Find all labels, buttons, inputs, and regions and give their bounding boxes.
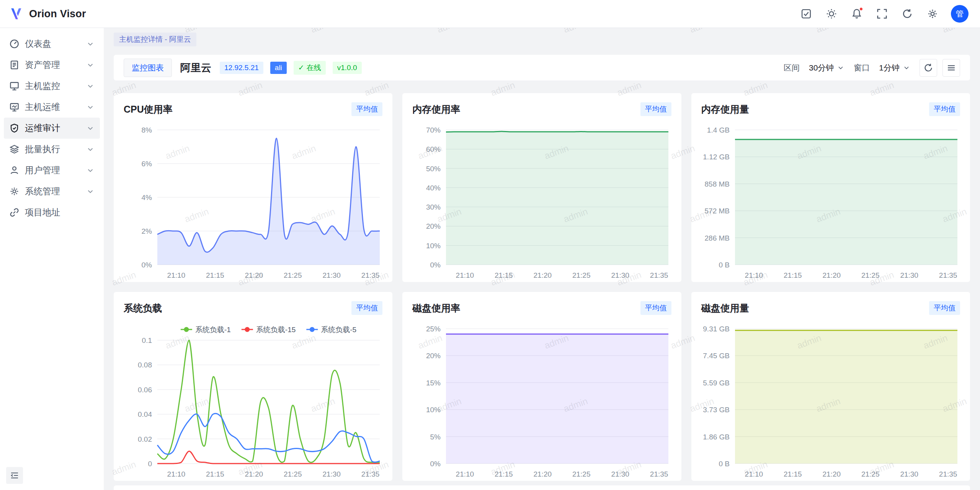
svg-text:21:35: 21:35 [939, 470, 957, 478]
settings-gear-icon[interactable] [923, 4, 942, 24]
disk-amount-card: 磁盘使用量 平均值 0 B1.86 GB3.73 GB5.59 GB7.45 G… [691, 292, 970, 481]
svg-text:40%: 40% [426, 184, 441, 192]
avg-badge: 平均值 [929, 301, 960, 315]
svg-text:10%: 10% [426, 406, 441, 414]
chevron-down-icon [86, 40, 95, 48]
chevron-down-icon [86, 166, 95, 175]
sidebar-item-assets[interactable]: 资产管理 [4, 54, 100, 75]
system-load-card: 系统负载 平均值 00.020.040.060.080.121:1021:152… [114, 292, 392, 481]
sidebar-item-label: 资产管理 [25, 59, 81, 71]
host-status-label: 在线 [307, 63, 321, 73]
sidebar: 仪表盘 资产管理 主机监控 主机运维 运维审计 批量执行 用户管理 系统管理 项 [0, 28, 104, 490]
notification-bell-icon[interactable] [847, 4, 867, 24]
fullscreen-icon[interactable] [872, 4, 892, 24]
svg-text:21:35: 21:35 [650, 271, 668, 279]
svg-text:0.08: 0.08 [138, 361, 152, 369]
sidebar-item-batch-exec[interactable]: 批量执行 [4, 139, 100, 160]
disk-amount-chart: 0 B1.86 GB3.73 GB5.59 GB7.45 GB9.31 GB21… [691, 318, 970, 481]
sidebar-item-label: 用户管理 [25, 164, 81, 176]
notification-dot [859, 7, 863, 11]
header-actions: 管 [796, 4, 969, 24]
app-logo[interactable]: Orion Visor [10, 7, 86, 21]
chart-title: 内存使用率 [412, 103, 460, 116]
chart-title: 磁盘使用率 [412, 302, 460, 315]
sidebar-item-dashboard[interactable]: 仪表盘 [4, 33, 100, 54]
batch-layers-icon [9, 144, 20, 154]
svg-text:21:35: 21:35 [361, 271, 380, 279]
check-square-icon[interactable] [796, 4, 816, 24]
sidebar-item-project-url[interactable]: 项目地址 [4, 202, 100, 223]
chevron-down-icon [86, 61, 95, 69]
svg-text:21:15: 21:15 [784, 470, 802, 478]
svg-text:21:30: 21:30 [322, 271, 341, 279]
sidebar-item-label: 仪表盘 [25, 38, 81, 50]
sidebar-item-ops-audit[interactable]: 运维审计 [4, 118, 100, 139]
svg-text:21:35: 21:35 [939, 271, 957, 279]
monitor-chart-button[interactable]: 监控图表 [124, 59, 172, 77]
svg-text:0.1: 0.1 [142, 336, 152, 344]
refresh-icon [923, 63, 933, 73]
svg-text:21:20: 21:20 [822, 271, 841, 279]
host-ops-icon [9, 102, 20, 112]
svg-text:0: 0 [148, 460, 152, 468]
svg-text:21:15: 21:15 [206, 271, 224, 279]
svg-text:10%: 10% [426, 242, 441, 250]
collapse-sidebar-icon[interactable] [6, 467, 23, 484]
svg-text:4%: 4% [142, 193, 152, 202]
chevron-down-icon [86, 187, 95, 196]
disk-rate-card: 磁盘使用率 平均值 0%5%10%15%20%25%21:1021:1521:2… [402, 292, 681, 481]
sidebar-item-user-mgmt[interactable]: 用户管理 [4, 160, 100, 181]
disk-rate-chart: 0%5%10%15%20%25%21:1021:1521:2021:2521:3… [402, 318, 681, 481]
svg-text:0.04: 0.04 [138, 410, 152, 418]
svg-text:70%: 70% [426, 126, 441, 134]
svg-text:21:25: 21:25 [572, 470, 591, 478]
host-version-tag: v1.0.0 [333, 62, 362, 74]
sidebar-item-system-mgmt[interactable]: 系统管理 [4, 181, 100, 202]
svg-text:21:30: 21:30 [611, 271, 630, 279]
cpu-usage-chart: 0%2%4%6%8%21:1021:1521:2021:2521:3021:35 [114, 119, 392, 282]
refresh-charts-button[interactable] [920, 59, 937, 77]
svg-text:21:10: 21:10 [745, 271, 763, 279]
svg-text:2%: 2% [142, 227, 152, 235]
memory-rate-chart: 0%10%20%30%40%50%60%70%21:1021:1521:2021… [402, 119, 681, 282]
memory-amount-card: 内存使用量 平均值 0 B286 MB572 MB858 MB1.12 GB1.… [691, 93, 970, 282]
host-name: 阿里云 [180, 61, 211, 75]
svg-text:0%: 0% [142, 261, 152, 269]
cpu-usage-card: CPU使用率 平均值 0%2%4%6%8%21:1021:1521:2021:2… [114, 93, 392, 282]
svg-text:21:15: 21:15 [495, 470, 513, 478]
interval-select[interactable]: 30分钟 [805, 59, 848, 76]
svg-text:286 MB: 286 MB [704, 234, 729, 242]
main-content: 主机监控详情 - 阿里云 监控图表 阿里云 12.92.5.21 ali ✓ 在… [104, 28, 980, 490]
sidebar-item-host-ops[interactable]: 主机运维 [4, 97, 100, 118]
host-toolbar: 监控图表 阿里云 12.92.5.21 ali ✓ 在线 v1.0.0 区间 3… [114, 55, 970, 80]
avg-badge: 平均值 [640, 102, 671, 116]
user-avatar[interactable]: 管 [951, 5, 969, 23]
svg-text:21:20: 21:20 [245, 271, 263, 279]
sidebar-item-host-monitor[interactable]: 主机监控 [4, 75, 100, 97]
svg-text:21:10: 21:10 [456, 470, 474, 478]
svg-text:8%: 8% [142, 126, 152, 134]
system-gear-icon [9, 186, 20, 197]
svg-text:20%: 20% [426, 352, 441, 360]
svg-text:15%: 15% [426, 379, 441, 387]
svg-text:系统负载-1: 系统负载-1 [195, 326, 231, 334]
link-icon [9, 207, 20, 218]
interval-value: 30分钟 [809, 62, 834, 73]
svg-text:21:15: 21:15 [206, 470, 224, 478]
svg-text:21:30: 21:30 [900, 271, 918, 279]
window-select[interactable]: 1分钟 [875, 59, 914, 76]
chart-menu-button[interactable] [942, 59, 960, 77]
user-icon [9, 165, 20, 175]
chevron-down-icon [86, 82, 95, 90]
avg-badge: 平均值 [640, 301, 671, 315]
check-icon: ✓ [298, 63, 304, 72]
svg-text:1.12 GB: 1.12 GB [703, 153, 730, 161]
app-header: Orion Visor 管 [0, 0, 980, 28]
svg-text:21:30: 21:30 [900, 470, 918, 478]
theme-sun-icon[interactable] [822, 4, 841, 24]
avg-badge: 平均值 [929, 102, 960, 116]
svg-text:9.31 GB: 9.31 GB [703, 325, 730, 333]
refresh-icon[interactable] [897, 4, 917, 24]
svg-text:系统负载-5: 系统负载-5 [321, 326, 356, 334]
sidebar-item-label: 系统管理 [25, 185, 81, 197]
